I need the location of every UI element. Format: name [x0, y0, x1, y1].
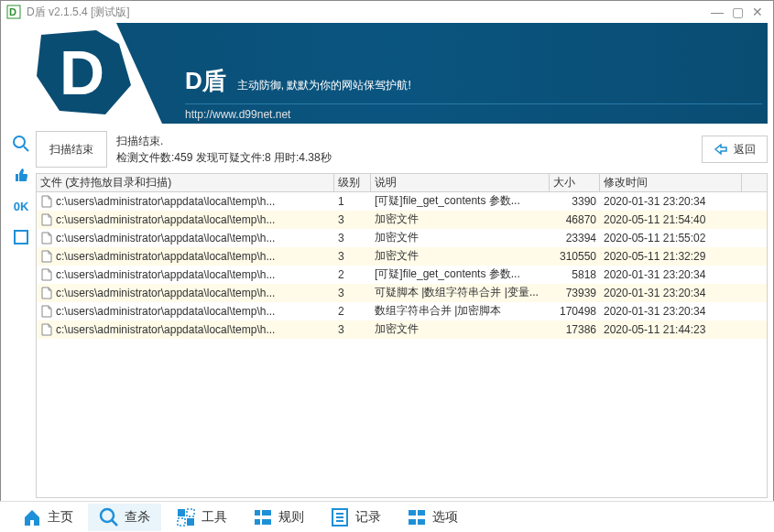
table-row[interactable]: c:\users\administrator\appdata\local\tem…	[37, 266, 767, 284]
sidebar-thumbs-icon[interactable]	[10, 164, 32, 186]
minimize-button[interactable]: —	[707, 4, 727, 20]
brand-slogan: 主动防御, 默默为你的网站保驾护航!	[237, 78, 411, 93]
window-title: D盾 v2.1.5.4 [测试版]	[27, 5, 707, 20]
search-icon	[99, 507, 119, 527]
tab-logs-label: 记录	[355, 509, 381, 526]
table-row[interactable]: c:\users\administrator\appdata\local\tem…	[37, 211, 767, 229]
table-row[interactable]: c:\users\administrator\appdata\local\tem…	[37, 247, 767, 266]
cell-file: c:\users\administrator\appdata\local\tem…	[56, 213, 275, 226]
cell-time: 2020-05-11 21:44:23	[600, 323, 742, 336]
svg-point-7	[101, 509, 114, 522]
table-row[interactable]: c:\users\administrator\appdata\local\tem…	[37, 284, 767, 302]
logs-icon	[330, 507, 350, 527]
tab-logs[interactable]: 记录	[319, 504, 392, 531]
table-row[interactable]: c:\users\administrator\appdata\local\tem…	[37, 229, 767, 247]
cell-desc: 加密文件	[371, 321, 550, 337]
cell-desc: 加密文件	[371, 230, 550, 245]
back-button[interactable]: 返回	[702, 136, 768, 163]
sidebar-ok-label[interactable]: 0K	[10, 195, 32, 217]
svg-rect-13	[255, 510, 260, 516]
cell-size: 170498	[550, 305, 600, 318]
table-row[interactable]: c:\users\administrator\appdata\local\tem…	[37, 302, 767, 320]
cell-size: 46870	[550, 213, 600, 226]
svg-rect-23	[409, 519, 416, 525]
file-icon	[40, 232, 53, 244]
cell-file: c:\users\administrator\appdata\local\tem…	[56, 305, 275, 318]
bottom-tabs: 主页 查杀 工具 规则 记录 选项	[0, 501, 774, 532]
col-header-size[interactable]: 大小	[550, 174, 600, 191]
tools-icon	[176, 507, 196, 527]
cell-size: 5818	[550, 268, 600, 281]
cell-time: 2020-01-31 23:20:34	[600, 287, 742, 299]
tab-rules-label: 规则	[278, 509, 304, 526]
cell-level: 3	[334, 287, 371, 299]
table-header[interactable]: 文件 (支持拖放目录和扫描) 级别 说明 大小 修改时间	[37, 174, 767, 192]
status-message: 扫描结束. 检测文件数:459 发现可疑文件:8 用时:4.38秒	[116, 133, 692, 166]
cell-time: 2020-01-31 23:20:34	[600, 305, 742, 318]
tab-tools-label: 工具	[202, 509, 227, 526]
cell-time: 2020-05-11 21:32:29	[600, 250, 742, 263]
svg-rect-10	[187, 509, 194, 516]
svg-rect-9	[178, 509, 185, 516]
cell-desc: 数组字符串合并 |加密脚本	[371, 303, 550, 319]
col-header-level[interactable]: 级别	[334, 174, 371, 191]
tab-rules[interactable]: 规则	[242, 504, 315, 531]
cell-file: c:\users\administrator\appdata\local\tem…	[56, 232, 275, 244]
cell-file: c:\users\administrator\appdata\local\tem…	[56, 287, 275, 299]
cell-level: 3	[334, 323, 371, 336]
file-icon	[40, 195, 53, 208]
app-icon: D	[6, 5, 21, 19]
col-header-time[interactable]: 修改时间	[600, 174, 742, 191]
scan-result-button[interactable]: 扫描结束	[36, 131, 107, 168]
col-header-file[interactable]: 文件 (支持拖放目录和扫描)	[37, 174, 334, 191]
maximize-button[interactable]: ▢	[727, 4, 747, 20]
sidebar-search-icon[interactable]	[10, 133, 32, 155]
cell-level: 3	[334, 250, 371, 263]
tab-tools[interactable]: 工具	[165, 504, 238, 531]
results-table: 文件 (支持拖放目录和扫描) 级别 说明 大小 修改时间 c:\users\ad…	[36, 173, 768, 498]
cell-file: c:\users\administrator\appdata\local\tem…	[56, 250, 275, 263]
svg-rect-22	[418, 510, 425, 516]
rules-icon	[253, 507, 273, 527]
svg-text:D: D	[9, 6, 16, 17]
cell-size: 23394	[550, 232, 600, 244]
cell-size: 310550	[550, 250, 600, 263]
tab-home-label: 主页	[48, 509, 73, 526]
svg-rect-21	[409, 510, 416, 516]
svg-rect-24	[418, 519, 425, 525]
cell-desc: [可疑]file_get_contents 参数...	[371, 193, 550, 209]
file-icon	[40, 323, 53, 336]
close-button[interactable]: ✕	[747, 4, 768, 20]
table-row[interactable]: c:\users\administrator\appdata\local\tem…	[37, 320, 767, 339]
cell-level: 3	[334, 232, 371, 244]
tab-scan[interactable]: 查杀	[88, 504, 161, 531]
cell-file: c:\users\administrator\appdata\local\tem…	[56, 268, 275, 281]
cell-desc: 加密文件	[371, 248, 550, 264]
tab-options[interactable]: 选项	[396, 504, 469, 531]
svg-rect-6	[15, 231, 27, 244]
col-header-desc[interactable]: 说明	[371, 174, 550, 191]
cell-level: 3	[334, 213, 371, 226]
tab-options-label: 选项	[432, 509, 458, 526]
svg-rect-16	[262, 519, 271, 525]
brand-url: http://www.d99net.net	[185, 108, 290, 121]
cell-desc: 加密文件	[371, 212, 550, 227]
table-row[interactable]: c:\users\administrator\appdata\local\tem…	[37, 192, 767, 211]
svg-rect-15	[255, 519, 260, 525]
brand-name: D盾	[185, 65, 226, 97]
left-sidebar: 0K	[6, 127, 36, 498]
sidebar-square-icon[interactable]	[10, 226, 32, 248]
svg-line-5	[24, 147, 28, 151]
cell-size: 3390	[550, 195, 600, 208]
cell-desc: 可疑脚本 |数组字符串合并 |变量...	[371, 285, 550, 300]
file-icon	[40, 305, 53, 318]
cell-time: 2020-05-11 21:55:02	[600, 232, 742, 244]
banner: D D盾 主动防御, 默默为你的网站保驾护航! http://www.d99ne…	[6, 23, 768, 124]
svg-rect-12	[187, 518, 194, 526]
status-row: 扫描结束 扫描结束. 检测文件数:459 发现可疑文件:8 用时:4.38秒 返…	[36, 127, 768, 173]
cell-size: 73939	[550, 287, 600, 299]
cell-time: 2020-01-31 23:20:34	[600, 195, 742, 208]
cell-size: 17386	[550, 323, 600, 336]
tab-home[interactable]: 主页	[11, 504, 84, 531]
status-line2: 检测文件数:459 发现可疑文件:8 用时:4.38秒	[116, 149, 692, 166]
